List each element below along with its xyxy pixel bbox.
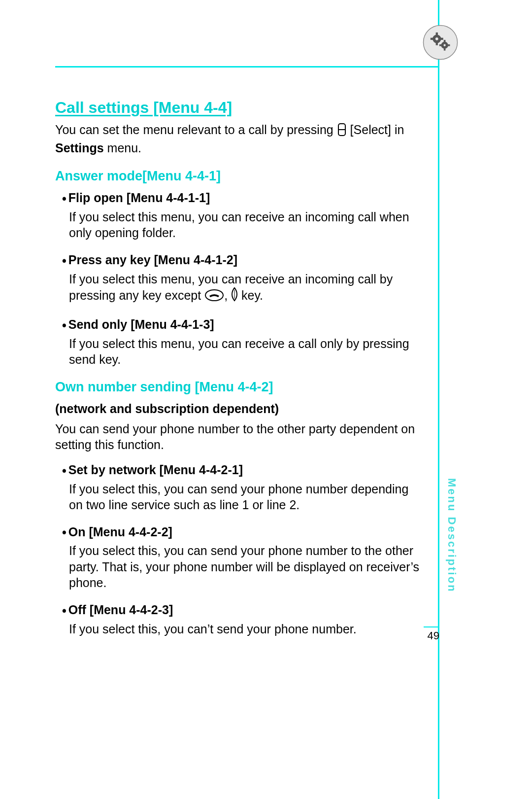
intro-select: [Select] in bbox=[347, 123, 404, 137]
flip-open-body: If you select this menu, you can receive… bbox=[69, 209, 420, 241]
off-title: •Off [Menu 4-4-2-3] bbox=[62, 603, 420, 618]
on-title-text: On [Menu 4-4-2-2] bbox=[68, 525, 172, 539]
press-any-key-body: If you select this menu, you can receive… bbox=[69, 271, 420, 306]
press-any-key-body-c: key. bbox=[238, 288, 263, 302]
intro-settings-bold: Settings bbox=[55, 141, 104, 155]
bullet-icon: • bbox=[62, 464, 66, 478]
bullet-icon: • bbox=[62, 525, 66, 540]
bullet-icon: • bbox=[62, 192, 66, 206]
off-block: •Off [Menu 4-4-2-3] If you select this, … bbox=[62, 603, 420, 637]
own-number-heading: Own number sending [Menu 4-4-2] bbox=[55, 380, 420, 395]
select-key-icon bbox=[337, 123, 347, 140]
on-body: If you select this, you can send your ph… bbox=[69, 543, 420, 591]
svg-rect-5 bbox=[431, 38, 433, 40]
page-number-rule bbox=[424, 626, 439, 627]
svg-rect-4 bbox=[436, 42, 438, 45]
side-key-icon bbox=[231, 287, 238, 306]
svg-rect-10 bbox=[444, 48, 446, 50]
top-rule bbox=[55, 66, 439, 68]
svg-rect-3 bbox=[436, 33, 438, 35]
set-by-network-title-text: Set by network [Menu 4-4-2-1] bbox=[68, 463, 243, 477]
end-key-icon bbox=[204, 289, 224, 306]
flip-open-title: •Flip open [Menu 4-4-1-1] bbox=[62, 191, 420, 206]
set-by-network-block: •Set by network [Menu 4-4-2-1] If you se… bbox=[62, 463, 420, 513]
section-title: Call settings [Menu 4-4] bbox=[55, 99, 420, 117]
svg-rect-9 bbox=[444, 40, 446, 42]
page-content: Call settings [Menu 4-4] You can set the… bbox=[55, 99, 420, 649]
send-only-block: •Send only [Menu 4-4-1-3] If you select … bbox=[62, 317, 420, 368]
right-rule bbox=[438, 0, 439, 799]
set-by-network-title: •Set by network [Menu 4-4-2-1] bbox=[62, 463, 420, 478]
own-number-note: (network and subscription dependent) bbox=[55, 402, 420, 416]
answer-mode-heading: Answer mode[Menu 4-4-1] bbox=[55, 169, 420, 184]
svg-point-0 bbox=[423, 25, 457, 59]
svg-point-8 bbox=[443, 44, 445, 46]
bullet-icon: • bbox=[62, 604, 66, 618]
on-block: •On [Menu 4-4-2-2] If you select this, y… bbox=[62, 525, 420, 591]
side-tab-text: Menu Description bbox=[443, 478, 458, 626]
on-title: •On [Menu 4-4-2-2] bbox=[62, 525, 420, 540]
svg-rect-6 bbox=[440, 38, 443, 40]
press-any-key-title: •Press any key [Menu 4-4-1-2] bbox=[62, 253, 420, 268]
press-any-key-block: •Press any key [Menu 4-4-1-2] If you sel… bbox=[62, 253, 420, 306]
press-any-key-title-text: Press any key [Menu 4-4-1-2] bbox=[68, 253, 237, 267]
press-any-key-body-b: , bbox=[224, 288, 231, 302]
bullet-icon: • bbox=[62, 254, 66, 268]
send-only-body: If you select this menu, you can receive… bbox=[69, 336, 420, 368]
flip-open-block: •Flip open [Menu 4-4-1-1] If you select … bbox=[62, 191, 420, 241]
own-number-intro: You can send your phone number to the ot… bbox=[55, 421, 420, 453]
gear-icon bbox=[423, 25, 458, 60]
set-by-network-body: If you select this, you can send your ph… bbox=[69, 481, 420, 513]
intro-part1: You can set the menu relevant to a call … bbox=[55, 123, 337, 137]
svg-point-2 bbox=[435, 37, 438, 40]
flip-open-title-text: Flip open [Menu 4-4-1-1] bbox=[68, 191, 210, 205]
off-title-text: Off [Menu 4-4-2-3] bbox=[68, 603, 173, 617]
bullet-icon: • bbox=[62, 318, 66, 333]
send-only-title: •Send only [Menu 4-4-1-3] bbox=[62, 317, 420, 333]
page-number: 49 bbox=[428, 629, 439, 642]
off-body: If you select this, you can’t send your … bbox=[69, 621, 420, 637]
svg-rect-12 bbox=[448, 44, 450, 46]
intro-text: You can set the menu relevant to a call … bbox=[55, 122, 420, 156]
manual-page: Call settings [Menu 4-4] You can set the… bbox=[0, 0, 532, 799]
svg-rect-11 bbox=[439, 44, 441, 46]
send-only-title-text: Send only [Menu 4-4-1-3] bbox=[68, 317, 214, 331]
intro-menu-suffix: menu. bbox=[104, 141, 141, 155]
